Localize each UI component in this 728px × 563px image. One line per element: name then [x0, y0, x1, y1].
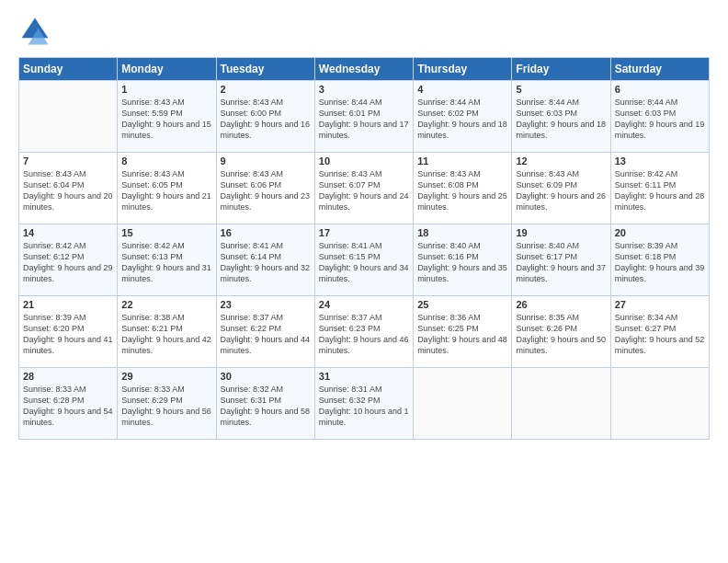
day-number: 4	[417, 84, 507, 95]
cell-daylight: Daylight: 9 hours and 19 minutes.	[615, 120, 705, 140]
col-sunday: Sunday	[19, 58, 118, 81]
cell-sunrise: Sunrise: 8:44 AM	[615, 98, 678, 107]
cell-daylight: Daylight: 9 hours and 56 minutes.	[121, 407, 211, 427]
cell-sunset: Sunset: 6:25 PM	[417, 324, 479, 333]
cell-daylight: Daylight: 9 hours and 18 minutes.	[516, 120, 606, 140]
cell-sunrise: Sunrise: 8:42 AM	[615, 169, 678, 178]
day-number: 14	[23, 227, 113, 238]
calendar-cell: 28 Sunrise: 8:33 AM Sunset: 6:28 PM Dayl…	[19, 368, 118, 440]
cell-daylight: Daylight: 9 hours and 25 minutes.	[417, 191, 507, 212]
cell-daylight: Daylight: 9 hours and 18 minutes.	[417, 120, 507, 140]
day-number: 10	[319, 155, 409, 167]
cell-daylight: Daylight: 9 hours and 31 minutes.	[121, 263, 211, 283]
cell-sunset: Sunset: 6:03 PM	[516, 109, 577, 118]
day-number: 9	[221, 155, 311, 167]
cell-sunrise: Sunrise: 8:33 AM	[121, 385, 185, 394]
day-number: 19	[516, 227, 606, 238]
col-thursday: Thursday	[414, 58, 512, 81]
calendar-cell: 13 Sunrise: 8:42 AM Sunset: 6:11 PM Dayl…	[610, 153, 709, 224]
calendar-page: Sunday Monday Tuesday Wednesday Thursday…	[0, 0, 728, 563]
cell-sunset: Sunset: 6:15 PM	[319, 252, 381, 261]
cell-daylight: Daylight: 9 hours and 58 minutes.	[221, 407, 311, 427]
calendar-cell: 2 Sunrise: 8:43 AM Sunset: 6:00 PM Dayli…	[216, 81, 314, 153]
day-number: 2	[221, 84, 311, 95]
cell-sunrise: Sunrise: 8:43 AM	[121, 98, 185, 107]
cell-daylight: Daylight: 9 hours and 32 minutes.	[221, 263, 311, 283]
day-number: 24	[319, 299, 409, 310]
cell-sunset: Sunset: 6:01 PM	[319, 109, 381, 118]
cell-sunrise: Sunrise: 8:44 AM	[516, 98, 579, 107]
cell-daylight: Daylight: 9 hours and 44 minutes.	[221, 335, 311, 355]
calendar-week-4: 28 Sunrise: 8:33 AM Sunset: 6:28 PM Dayl…	[19, 368, 710, 440]
calendar-cell: 16 Sunrise: 8:41 AM Sunset: 6:14 PM Dayl…	[216, 224, 314, 296]
cell-sunrise: Sunrise: 8:43 AM	[417, 169, 481, 178]
day-number: 22	[121, 299, 211, 310]
calendar-week-2: 14 Sunrise: 8:42 AM Sunset: 6:12 PM Dayl…	[19, 224, 710, 296]
calendar-body: 1 Sunrise: 8:43 AM Sunset: 5:59 PM Dayli…	[19, 81, 710, 440]
day-number: 7	[23, 155, 113, 167]
cell-sunrise: Sunrise: 8:40 AM	[417, 241, 481, 250]
cell-sunset: Sunset: 6:08 PM	[417, 180, 479, 190]
day-number: 5	[516, 84, 606, 95]
cell-sunset: Sunset: 6:28 PM	[23, 396, 85, 405]
calendar-cell: 18 Sunrise: 8:40 AM Sunset: 6:16 PM Dayl…	[414, 224, 512, 296]
day-number: 25	[417, 299, 507, 310]
header-row: Sunday Monday Tuesday Wednesday Thursday…	[19, 58, 710, 81]
cell-sunset: Sunset: 6:32 PM	[319, 396, 381, 405]
day-number: 6	[615, 84, 705, 95]
calendar-cell: 19 Sunrise: 8:40 AM Sunset: 6:17 PM Dayl…	[512, 224, 610, 296]
cell-sunrise: Sunrise: 8:42 AM	[23, 241, 86, 250]
cell-sunrise: Sunrise: 8:42 AM	[121, 241, 185, 250]
calendar-cell: 20 Sunrise: 8:39 AM Sunset: 6:18 PM Dayl…	[610, 224, 709, 296]
cell-sunrise: Sunrise: 8:43 AM	[221, 98, 284, 107]
day-number: 18	[417, 227, 507, 238]
cell-daylight: Daylight: 9 hours and 52 minutes.	[615, 335, 705, 355]
cell-sunrise: Sunrise: 8:34 AM	[615, 313, 678, 322]
day-number: 30	[221, 371, 311, 382]
day-number: 23	[221, 299, 311, 310]
cell-sunset: Sunset: 6:11 PM	[615, 180, 677, 190]
calendar-cell	[19, 81, 118, 153]
day-number: 12	[516, 155, 606, 167]
col-wednesday: Wednesday	[314, 58, 413, 81]
day-number: 3	[319, 84, 409, 95]
cell-sunrise: Sunrise: 8:43 AM	[121, 169, 185, 178]
cell-sunset: Sunset: 6:17 PM	[516, 252, 577, 261]
calendar-cell: 7 Sunrise: 8:43 AM Sunset: 6:04 PM Dayli…	[19, 153, 118, 224]
cell-sunrise: Sunrise: 8:43 AM	[23, 169, 86, 178]
cell-sunset: Sunset: 6:18 PM	[615, 252, 677, 261]
cell-sunrise: Sunrise: 8:35 AM	[516, 313, 579, 322]
calendar-header: Sunday Monday Tuesday Wednesday Thursday…	[19, 58, 710, 81]
calendar-cell: 21 Sunrise: 8:39 AM Sunset: 6:20 PM Dayl…	[19, 296, 118, 368]
day-number: 17	[319, 227, 409, 238]
calendar-cell	[414, 368, 512, 440]
logo	[18, 15, 57, 48]
calendar-week-1: 7 Sunrise: 8:43 AM Sunset: 6:04 PM Dayli…	[19, 153, 710, 224]
cell-sunset: Sunset: 6:22 PM	[221, 324, 282, 333]
day-number: 11	[417, 155, 507, 167]
cell-sunrise: Sunrise: 8:36 AM	[417, 313, 481, 322]
cell-sunset: Sunset: 6:29 PM	[121, 396, 183, 405]
calendar-cell: 9 Sunrise: 8:43 AM Sunset: 6:06 PM Dayli…	[216, 153, 314, 224]
cell-sunset: Sunset: 6:16 PM	[417, 252, 479, 261]
cell-sunset: Sunset: 6:04 PM	[23, 180, 85, 190]
calendar-cell: 15 Sunrise: 8:42 AM Sunset: 6:13 PM Dayl…	[118, 224, 216, 296]
calendar-cell: 6 Sunrise: 8:44 AM Sunset: 6:03 PM Dayli…	[610, 81, 709, 153]
calendar-cell: 10 Sunrise: 8:43 AM Sunset: 6:07 PM Dayl…	[314, 153, 413, 224]
day-number: 27	[615, 299, 705, 310]
cell-daylight: Daylight: 9 hours and 21 minutes.	[121, 191, 211, 212]
calendar-cell: 5 Sunrise: 8:44 AM Sunset: 6:03 PM Dayli…	[512, 81, 610, 153]
calendar-cell: 25 Sunrise: 8:36 AM Sunset: 6:25 PM Dayl…	[414, 296, 512, 368]
calendar-cell: 27 Sunrise: 8:34 AM Sunset: 6:27 PM Dayl…	[610, 296, 709, 368]
cell-sunset: Sunset: 6:00 PM	[221, 109, 282, 118]
calendar-cell: 30 Sunrise: 8:32 AM Sunset: 6:31 PM Dayl…	[216, 368, 314, 440]
day-number: 13	[615, 155, 705, 167]
cell-daylight: Daylight: 9 hours and 37 minutes.	[516, 263, 606, 283]
cell-daylight: Daylight: 9 hours and 23 minutes.	[221, 191, 311, 212]
calendar-cell	[512, 368, 610, 440]
cell-sunrise: Sunrise: 8:39 AM	[615, 241, 678, 250]
cell-daylight: Daylight: 9 hours and 46 minutes.	[319, 335, 409, 355]
cell-daylight: Daylight: 9 hours and 28 minutes.	[615, 191, 705, 212]
col-monday: Monday	[118, 58, 216, 81]
day-number: 15	[121, 227, 211, 238]
